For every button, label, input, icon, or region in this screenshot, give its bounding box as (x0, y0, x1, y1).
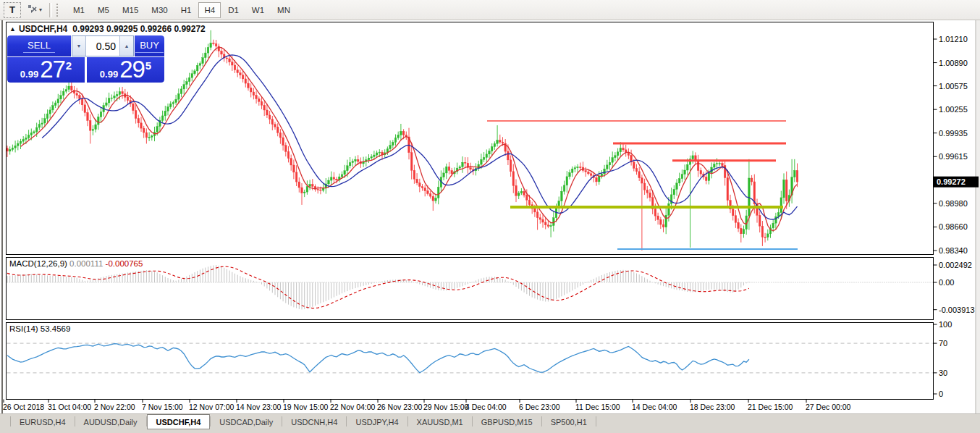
date-axis-label: 2 Nov 22:00 (94, 403, 135, 411)
buy-price-panel[interactable]: 0.99 29 5 (87, 57, 164, 83)
date-axis-label: 26 Nov 23:00 (377, 403, 423, 411)
timeframe-button-w1[interactable]: W1 (246, 2, 270, 18)
buy-price-prefix: 0.99 (100, 69, 118, 80)
sell-price-prefix: 0.99 (20, 69, 38, 80)
chart-tab-bar: EURUSD,H4AUDUSD,DailyUSDCHF,H4USDCAD,Dai… (0, 413, 980, 433)
timeframe-button-mn[interactable]: MN (271, 2, 296, 18)
date-axis-label: 12 Nov 07:00 (189, 403, 235, 411)
timeframe-button-m15[interactable]: M15 (117, 2, 144, 18)
toolbar-drag-handle[interactable] (56, 4, 62, 17)
rsi-axis-label: 100 (939, 320, 952, 329)
date-axis-label: 14 Dec 04:00 (632, 403, 677, 411)
macd-axis-label: 0.002492 (939, 261, 972, 269)
price-axis-label: 1.00255 (939, 105, 968, 114)
sell-button[interactable]: SELL (7, 35, 71, 56)
date-axis-label: 18 Dec 23:00 (690, 403, 735, 411)
text-tool-button[interactable]: T (4, 2, 21, 18)
sell-button-label: SELL (23, 39, 55, 53)
timeframe-button-m30[interactable]: M30 (145, 2, 173, 18)
buy-price-big: 29 (119, 57, 145, 81)
volume-increase-button[interactable]: ▲ (119, 36, 133, 56)
rsi-label: RSI(14) 53.4569 (9, 324, 70, 333)
rsi-layer (7, 343, 933, 373)
chart-tools-button[interactable]: ▾ (25, 2, 43, 18)
volume-input[interactable]: 0.50 (86, 36, 119, 56)
buy-price-sup: 5 (145, 59, 151, 72)
macd-axis-label: 0.00 (939, 278, 954, 287)
sell-price-big: 27 (40, 57, 65, 81)
one-click-trading-panel: SELL ▼ 0.50 ▲ BUY 0.99 27 2 0.99 29 5 (7, 35, 164, 83)
price-axis-label: 0.99615 (939, 152, 968, 161)
date-axis-label: 4 Dec 04:00 (465, 403, 507, 411)
macd-layer (7, 265, 933, 309)
chart-tab-xauusd-m1[interactable]: XAUUSD,M1 (408, 414, 472, 429)
sell-price-panel[interactable]: 0.99 27 2 (7, 57, 85, 83)
date-axis-label: 11 Dec 15:00 (575, 403, 620, 411)
window-marker-icon: ▲ (9, 25, 16, 33)
macd-axis-label: -0.003913 (939, 306, 975, 314)
tab-separator (596, 416, 596, 426)
timeframe-button-h4[interactable]: H4 (198, 2, 221, 18)
volume-stepper: ▼ 0.50 ▲ (72, 35, 134, 56)
triangle-down-icon: ▼ (77, 43, 82, 49)
price-axis-label: 1.00575 (939, 82, 968, 91)
buy-button-label: BUY (135, 39, 164, 53)
chart-tab-eurusd-h4[interactable]: EURUSD,H4 (11, 414, 75, 429)
chart-symbol-period: USDCHF,H4 (19, 24, 67, 34)
price-axis-label: 0.99935 (939, 129, 968, 138)
date-axis-label: 22 Nov 04:00 (330, 403, 376, 411)
chart-tab-usdchf-h4[interactable]: USDCHF,H4 (147, 414, 211, 429)
rsi-axis-label: 30 (939, 369, 947, 377)
price-axis-label: 1.00890 (939, 59, 968, 67)
chart-tab-audusd-daily[interactable]: AUDUSD,Daily (75, 414, 146, 429)
chart-tab-gbpusd-m15[interactable]: GBPUSD,M15 (473, 414, 541, 429)
chart-tab-usdcad-daily[interactable]: USDCAD,Daily (211, 414, 282, 429)
current-price-value: 0.99272 (937, 177, 966, 186)
date-axis-label: 27 Dec 00:00 (806, 403, 851, 411)
timeframe-button-h1[interactable]: H1 (175, 2, 198, 18)
rsi-axis-label: 70 (939, 339, 947, 348)
price-axis-label: 1.01210 (939, 35, 968, 43)
chart-ohlc-values: 0.99293 0.99295 0.99266 0.99272 (72, 24, 206, 34)
price-axis-label: 0.98660 (939, 222, 968, 231)
triangle-up-icon: ▲ (124, 43, 130, 49)
price-axis-label: 0.98340 (939, 246, 968, 255)
date-axis-label: 6 Dec 23:00 (519, 403, 560, 411)
date-axis-label: 31 Oct 04:00 (48, 403, 91, 411)
chart-tab-usdjpy-h4[interactable]: USDJPY,H4 (347, 414, 407, 429)
chart-title: ▲USDCHF,H40.99293 0.99295 0.99266 0.9927… (9, 24, 206, 34)
timeframe-button-m1[interactable]: M1 (67, 2, 90, 18)
toolbar-separator (49, 3, 52, 17)
date-axis-label: 14 Nov 23:00 (236, 403, 282, 411)
date-axis-label: 19 Nov 15:00 (283, 403, 329, 411)
date-axis-label: 7 Nov 15:00 (142, 403, 183, 411)
price-axis-label: 0.98980 (939, 199, 968, 208)
date-axis-label: 29 Nov 15:00 (423, 403, 469, 411)
chart-tab-sp500-h1[interactable]: SP500,H1 (542, 414, 596, 429)
timeframe-buttons: M1M5M15M30H1H4D1W1MN (67, 2, 297, 18)
buy-button[interactable]: BUY (135, 35, 164, 56)
top-toolbar: T ▾ M1M5M15M30H1H4D1W1MN (0, 0, 980, 20)
rsi-axis-label: 0 (939, 390, 943, 398)
chevron-down-icon: ▾ (39, 7, 42, 13)
date-axis-label: 26 Oct 2018 (3, 403, 44, 411)
date-axis-label: 21 Dec 15:00 (748, 403, 793, 411)
chart-tab-usdcnh-h4[interactable]: USDCNH,H4 (282, 414, 346, 429)
timeframe-button-m5[interactable]: M5 (92, 2, 115, 18)
volume-decrease-button[interactable]: ▼ (72, 36, 86, 56)
macd-label: MACD(12,26,9) 0.000111 -0.000765 (9, 259, 143, 268)
sell-price-sup: 2 (66, 59, 72, 72)
timeframe-button-d1[interactable]: D1 (222, 2, 245, 18)
chart-tools-icon (27, 4, 38, 16)
